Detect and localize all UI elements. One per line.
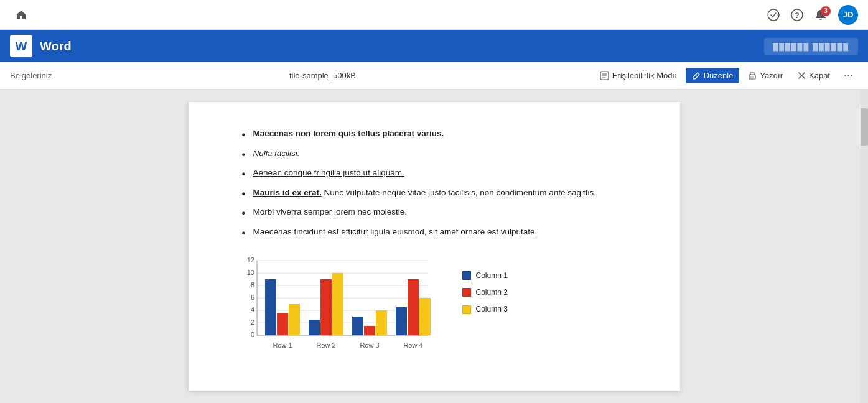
list-item-text: Morbi viverra semper lorem nec molestie.	[253, 207, 408, 216]
word-header-bar: W Word ██████ ██████	[0, 30, 868, 62]
list-item: Maecenas non lorem quis tellus placerat …	[238, 127, 630, 141]
svg-text:8: 8	[250, 281, 254, 289]
word-header-right: ██████ ██████	[764, 38, 858, 55]
help-button[interactable]: ?	[791, 9, 803, 21]
word-user-button[interactable]: ██████ ██████	[764, 38, 858, 55]
legend-label-col1: Column 1	[476, 270, 508, 282]
svg-text:2: 2	[250, 318, 254, 326]
document-filename: file-sample_500kB	[57, 71, 588, 80]
print-icon	[748, 72, 757, 80]
bullet-list: Maecenas non lorem quis tellus placerat …	[238, 127, 630, 239]
svg-text:6: 6	[250, 294, 254, 301]
notification-badge: 3	[821, 6, 831, 16]
accessibility-mode-button[interactable]: Erişilebilirlik Modu	[594, 68, 683, 83]
document-area: Maecenas non lorem quis tellus placerat …	[0, 90, 868, 403]
legend-label-col2: Column 2	[476, 287, 508, 299]
legend-item-col2: Column 2	[462, 287, 508, 299]
close-label: Kapat	[809, 71, 830, 80]
print-label: Yazdır	[760, 71, 783, 80]
chart-legend: Column 1 Column 2 Column 3	[462, 270, 508, 316]
bar-row4-col3	[419, 298, 431, 335]
svg-text:10: 10	[246, 269, 254, 276]
bar-row1-col2	[277, 313, 288, 335]
list-item: Morbi viverra semper lorem nec molestie.	[238, 205, 630, 219]
user-avatar-button[interactable]: JD	[838, 5, 858, 25]
notifications-button[interactable]: 3	[814, 9, 827, 21]
accessibility-label: Erişilebilirlik Modu	[612, 71, 677, 80]
bar-row2-col2	[320, 279, 332, 335]
list-item: Mauris id ex erat. Nunc vulputate neque …	[238, 186, 630, 200]
svg-text:Row 3: Row 3	[360, 341, 379, 349]
list-item-text: Maecenas non lorem quis tellus placerat …	[253, 129, 444, 138]
bar-row3-col3	[376, 310, 387, 335]
svg-text:12: 12	[246, 256, 254, 264]
legend-color-col2	[462, 288, 471, 297]
legend-item-col3: Column 3	[462, 303, 508, 315]
check-circle-button[interactable]	[767, 9, 780, 21]
svg-text:4: 4	[250, 306, 254, 313]
document-page: Maecenas non lorem quis tellus placerat …	[189, 102, 680, 391]
home-button[interactable]	[10, 4, 32, 26]
list-item-prefix: Mauris id ex erat.	[253, 188, 322, 197]
svg-text:?: ?	[795, 11, 799, 20]
word-app-title: Word	[40, 39, 72, 53]
legend-label-col3: Column 3	[476, 303, 508, 315]
svg-text:Row 1: Row 1	[273, 341, 292, 349]
top-nav-right: ? 3 JD	[767, 5, 858, 25]
chart-svg-wrapper: 12 10 8 6 4 2 0	[238, 251, 450, 391]
list-item-text: Maecenas tincidunt est efficitur ligula …	[253, 227, 538, 236]
svg-rect-5	[750, 76, 754, 78]
word-user-label: ██████ ██████	[773, 43, 849, 50]
scrollbar-thumb[interactable]	[861, 108, 868, 146]
bar-chart: 12 10 8 6 4 2 0	[238, 251, 450, 388]
more-options-button[interactable]: ···	[839, 67, 858, 85]
word-logo-letter: W	[16, 39, 27, 53]
legend-color-col3	[462, 305, 471, 314]
legend-item-col1: Column 1	[462, 270, 508, 282]
bar-row3-col1	[352, 317, 363, 335]
document-scrollbar[interactable]	[861, 90, 868, 403]
top-nav-left	[10, 4, 32, 26]
close-icon	[798, 72, 806, 80]
edit-icon	[692, 72, 701, 80]
accessibility-icon	[600, 71, 609, 80]
bar-row1-col3	[289, 304, 300, 335]
list-item-text: Nulla facilisi.	[253, 149, 300, 158]
edit-label: Düzenle	[704, 71, 734, 80]
svg-text:Row 2: Row 2	[316, 341, 335, 349]
print-button[interactable]: Yazdır	[742, 68, 789, 83]
word-logo: W	[10, 35, 32, 57]
close-button[interactable]: Kapat	[791, 68, 836, 83]
list-item: Nulla facilisi.	[238, 147, 630, 160]
bar-row1-col1	[265, 279, 276, 335]
svg-point-0	[768, 9, 779, 21]
bar-row4-col2	[408, 279, 419, 335]
svg-text:Row 4: Row 4	[403, 341, 422, 349]
breadcrumb[interactable]: Belgeleriniz	[10, 71, 52, 80]
list-item-text: Nunc vulputate neque vitae justo facilis…	[324, 188, 597, 197]
avatar-initials: JD	[843, 10, 854, 19]
legend-color-col1	[462, 271, 471, 280]
bar-row2-col1	[309, 320, 320, 335]
document-toolbar: Belgeleriniz file-sample_500kB Erişilebi…	[0, 62, 868, 90]
bar-chart-container: 12 10 8 6 4 2 0	[238, 251, 630, 391]
list-item-text: Aenean conque fringilla justo ut aliquam…	[253, 168, 404, 177]
edit-button[interactable]: Düzenle	[686, 68, 740, 83]
bar-row3-col2	[364, 326, 375, 335]
list-item: Aenean conque fringilla justo ut aliquam…	[238, 166, 630, 180]
bar-row2-col3	[332, 273, 343, 335]
bar-row4-col1	[396, 307, 407, 335]
toolbar-actions: Erişilebilirlik Modu Düzenle Yazdır Kapa…	[594, 67, 858, 85]
list-item: Maecenas tincidunt est efficitur ligula …	[238, 225, 630, 239]
top-navigation: ? 3 JD	[0, 0, 868, 30]
svg-text:0: 0	[250, 331, 254, 338]
